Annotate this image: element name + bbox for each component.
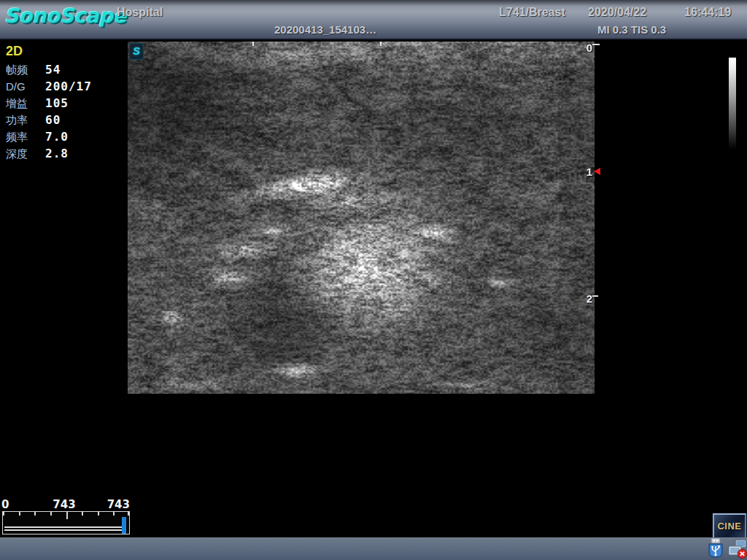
mode-label: 2D [6,44,23,59]
cine-start-label: 0 [1,498,9,511]
cine-total-label: 743 [44,498,85,511]
param-value: 200/17 [45,78,92,95]
title-bar: SonoScape Hospital 20200413_154103… L741… [0,0,747,40]
image-top-tick [252,42,254,46]
param-value: 54 [45,61,61,78]
param-label: 深度 [6,145,45,162]
param-value: 2.8 [45,145,69,162]
depth-tick [592,44,600,45]
param-label: 功率 [6,112,45,128]
depth-mark-1: 1 [578,166,592,178]
depth-tick [592,295,598,297]
cine-current-label: 743 [96,498,130,511]
focus-marker-icon [594,168,600,175]
param-label: 帧频 [6,61,45,78]
param-row-framerate: 帧频54 [6,61,92,78]
depth-mark-0: 0 [578,42,592,54]
param-label: 增益 [6,95,45,112]
param-value: 105 [45,95,69,112]
usb-icon[interactable] [706,538,725,559]
cine-scrubber[interactable] [2,511,130,534]
ultrasound-screen: SonoScape Hospital 20200413_154103… L741… [0,0,747,560]
depth-mark-2: 2 [578,292,592,305]
parameter-panel: 帧频54 D/G200/17 增益105 功率60 频率7.0 深度2.8 [6,61,92,162]
probe-preset: L741/Breast [499,6,565,19]
exam-id: 20200413_154103… [274,23,376,36]
ultrasound-image [128,42,595,394]
param-row-power: 功率60 [6,112,92,128]
param-row-frequency: 频率7.0 [6,128,92,145]
probe-orientation-marker: S [129,43,144,60]
time-display: 16:44:19 [684,6,731,19]
grayscale-bar [729,58,736,149]
image-top-tick [380,42,382,46]
mi-tis-display: MI 0.3 TIS 0.3 [597,23,666,36]
param-value: 60 [45,112,61,128]
network-disconnected-icon[interactable] [728,539,747,559]
status-bar [0,537,747,560]
param-label: 频率 [6,128,45,145]
hospital-name: Hospital [117,6,163,19]
date-display: 2020/04/22 [588,6,646,19]
param-label: D/G [6,78,45,95]
cine-button[interactable]: CINE [713,513,746,540]
cine-position-cursor[interactable] [122,517,126,534]
param-row-gain: 增益105 [6,95,92,112]
param-row-dg: D/G200/17 [6,78,92,95]
param-row-depth: 深度2.8 [6,145,92,162]
param-value: 7.0 [45,128,69,145]
sonoscape-logo: SonoScape [4,4,126,27]
